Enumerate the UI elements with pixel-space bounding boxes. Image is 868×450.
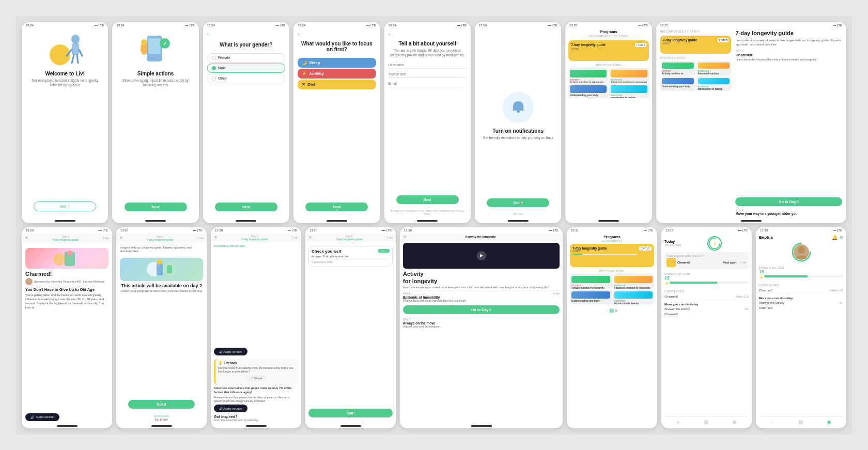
day2-tag: DAY 2 — [403, 318, 560, 321]
go-day1-btn[interactable]: Go to Day 1 — [403, 305, 560, 314]
article-close-btn[interactable]: ✕ — [25, 236, 28, 240]
lte-3: LTE — [280, 24, 286, 27]
progress-card-info: 7-day longevity guide INTRO — [572, 246, 637, 256]
nav-profile-15[interactable]: ◉ — [732, 419, 737, 425]
pd-go-day1[interactable]: Go to Day 1 — [735, 197, 842, 206]
progress-card-fasting[interactable]: NUTRITION Introduction to fasting — [613, 290, 655, 304]
audio-btn-bottom[interactable]: 🔊 Audio version — [214, 405, 247, 412]
simple-actions-next-button[interactable]: Next — [125, 203, 187, 211]
main-program-card[interactable]: 7-day longevity guide 7 DAYS INTRO — [568, 40, 648, 61]
lifehack-program-name: 7-day longevity guide — [241, 238, 268, 241]
screen-charmed-article: 13:29 ▪▪▪ LTE ✕ Day 1 7-day longevity gu… — [22, 227, 112, 428]
video-program-title: Activity for longevity — [465, 235, 495, 238]
nav-programs[interactable]: ▦ — [609, 307, 614, 313]
nav-home-15[interactable]: ⌂ — [676, 419, 679, 425]
focus-diet[interactable]: ✕ Diet — [298, 80, 376, 89]
option-male[interactable]: Male — [207, 64, 285, 73]
label-female: Female — [218, 56, 230, 59]
nav-programs-16[interactable]: ▦ — [798, 419, 803, 425]
enotus-survey-2[interactable]: Charmed! — [759, 305, 843, 311]
svg-line-2 — [67, 50, 72, 56]
back-arrow-3[interactable]: ‹ — [207, 31, 209, 37]
pd-card-body[interactable]: Understanding your body — [660, 76, 695, 91]
locked-preview-link: good article — [154, 414, 168, 417]
nav-home-16[interactable]: ⌂ — [771, 419, 774, 425]
nav-profile[interactable]: ◉ — [614, 307, 618, 313]
quiz-card: Check yourself QUIZ IT Answer 3 simple q… — [308, 246, 393, 267]
legal-text: By using LIV you agree to our Terms and … — [389, 209, 467, 215]
welcome-illustration-area: Welcome to Liv! Get everyday bite-sized … — [26, 31, 104, 215]
profile-avatar — [794, 244, 809, 260]
today-program-card[interactable]: 7-day longevity guide, Day 1 of 7 Charme… — [664, 252, 749, 269]
sleep-label: Sleep — [309, 60, 320, 65]
inspired-title: Got inspired? — [214, 415, 238, 418]
svg-point-14 — [53, 253, 66, 266]
play-button[interactable]: ▶ — [477, 251, 486, 260]
username-input[interactable] — [389, 61, 467, 69]
progress-label-body: Understanding your body — [571, 300, 610, 303]
mini-card-fasting[interactable]: NUTRITION Introduction to fasting — [609, 84, 649, 98]
focus-activity[interactable]: ⚡ Activity — [298, 69, 376, 79]
progress-card-body[interactable]: Understanding your body — [570, 290, 612, 304]
back-arrow-5[interactable]: ‹ — [389, 31, 390, 37]
pd-card-activity[interactable]: ACTIVITY Activity nutrition to rejuvenat… — [660, 61, 695, 75]
got-it-button[interactable]: Got it — [34, 201, 96, 211]
settings-icon[interactable]: ⚙ — [840, 235, 843, 240]
nav-programs-15[interactable]: ▦ — [704, 419, 708, 425]
audio-version-btn[interactable]: 🔊 Audio version — [25, 413, 59, 421]
option-female[interactable]: Female — [207, 53, 285, 63]
notifications-got-it[interactable]: Got it — [487, 198, 549, 207]
focus-next-button[interactable]: Next — [305, 203, 368, 211]
mini-card-body[interactable]: Understanding your body — [568, 84, 608, 98]
share-button[interactable]: ↑ Share — [247, 375, 266, 381]
nav-profile-16[interactable]: ◉ — [827, 419, 831, 425]
gender-next-button[interactable]: Next — [215, 203, 277, 211]
quiz-close-btn[interactable]: ✕ — [308, 235, 312, 240]
notification-icon[interactable]: 🔔 — [832, 235, 838, 240]
pd-card-fasting[interactable]: NUTRITION Introduction to fasting — [696, 76, 732, 91]
mini-cards-row2: Understanding your body NUTRITION Introd… — [568, 84, 648, 98]
locked-got-it[interactable]: Got it — [128, 400, 195, 409]
email-input[interactable] — [389, 80, 467, 87]
focus-sleep[interactable]: 🌙 Sleep — [298, 58, 376, 68]
svg-line-3 — [79, 50, 82, 56]
article-item-2[interactable]: DAY 2 Always on the move Improve your wo… — [403, 316, 560, 330]
program-days-badge: 7 DAYS — [635, 43, 646, 47]
option-other[interactable]: Other — [207, 74, 285, 83]
birthyear-input[interactable] — [389, 71, 467, 78]
progress-bar — [572, 254, 637, 255]
audio-btn-top[interactable]: 🔊 Audio version — [214, 348, 247, 355]
progress-card-nutrition[interactable]: NUTRITION Advanced nutrition to rejuvena… — [613, 274, 655, 289]
recommended-label: RECOMMENDED TO START — [589, 35, 628, 38]
body-title: Scientists now believe that genes make u… — [214, 386, 298, 394]
enotus-survey-1[interactable]: Answer the survey ~1m — [759, 300, 843, 305]
progress-card-activity[interactable]: ACTIVITY Activity nutrition for longevit… — [570, 274, 612, 289]
video-close-btn[interactable]: ✕ — [403, 235, 407, 239]
status-bar-1: 13:24 ▪▪▪ LTE — [22, 22, 108, 28]
pd-main-card[interactable]: 7-day longevity guide 7 DAYS INTRO — [660, 36, 732, 54]
mini-card-nutrition[interactable]: NUTRITION Advanced nutrition to rejuvena… — [609, 68, 649, 83]
quiz-start-button[interactable]: Start — [308, 409, 393, 417]
survey-item-1[interactable]: Answer the survey ~1m — [664, 306, 749, 312]
pd-thumb-fasting — [698, 78, 730, 84]
status-bar-8: 13:25 ▪▪▪ LTE — [656, 22, 846, 28]
pd-card-nutrition[interactable]: NUTRITION Advanced nutrition — [696, 61, 732, 75]
today-program-title: Charmed! — [677, 261, 719, 264]
progress-main-card[interactable]: 7-day longevity guide INTRO DAY 1/7 — [570, 244, 654, 267]
lifehack-close-btn[interactable]: ✕ — [214, 235, 218, 240]
enotus-completed-item: Charmed! Added 1:15 — [759, 288, 843, 293]
simple-actions-subtitle: Slow down aging in just 10 minutes a day… — [116, 78, 194, 87]
mini-card-activity[interactable]: ACTIVITY Activity nutrition to rejuvenat… — [568, 68, 608, 83]
tell-about-next-button[interactable]: Next — [396, 195, 459, 204]
locked-close-btn[interactable]: ✕ — [119, 236, 123, 240]
back-arrow-4[interactable]: ‹ — [298, 31, 299, 37]
survey-item-2[interactable]: Charmed! — [664, 312, 749, 317]
read-again-btn[interactable]: Read again — [720, 260, 739, 265]
survey-name-2: Charmed! — [664, 313, 678, 316]
pd-thumb-nutrition — [698, 63, 730, 69]
status-bar-14: 13:31 ▪▪▪ LTE — [567, 227, 657, 233]
article-item-1[interactable]: DAY 1 6 min Epidemic of immobility 6 sim… — [403, 290, 560, 304]
completed-section: COMPLETED Charmed! Added 1:15 — [664, 290, 749, 300]
video-thumbnail[interactable]: ▶ — [403, 243, 560, 269]
survey-name-1: Answer the survey — [664, 307, 690, 311]
